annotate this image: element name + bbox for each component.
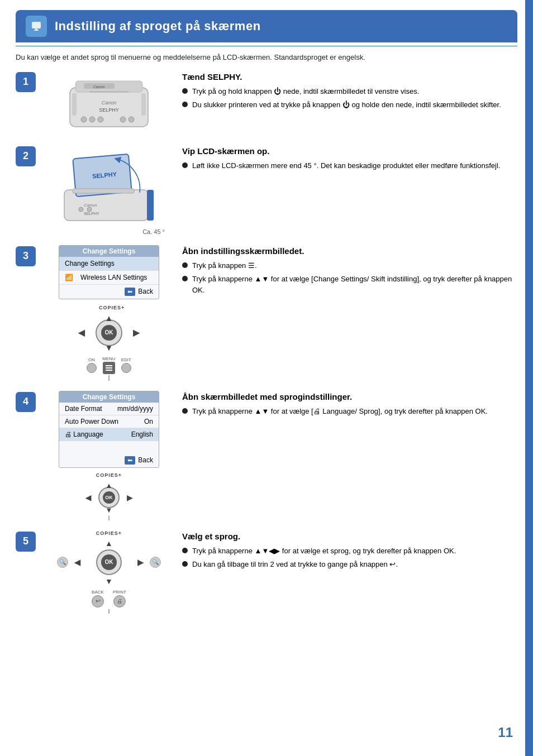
pad-up-5[interactable]: ▲ (105, 539, 113, 548)
bullet-dot (182, 408, 188, 414)
step-3-row: 3 Change Settings Change Settings 📶 Wire… (16, 245, 517, 381)
svg-rect-26 (106, 365, 112, 366)
svg-rect-22 (73, 189, 134, 193)
back-button-4[interactable]: ⬅ (125, 456, 135, 465)
page-title: Indstilling af sproget på skærmen (55, 19, 261, 34)
edit-button[interactable] (121, 363, 131, 373)
zoom-minus-btn[interactable]: 🔍 (57, 557, 68, 568)
pad-down-4[interactable]: ▼ (106, 506, 113, 514)
step-1-bullet-1: Tryk på og hold knappen ⏻ nede, indtil s… (182, 86, 517, 97)
edit-label: EDIT (121, 357, 131, 362)
pad-ring-4: OK (98, 487, 120, 508)
menu-screen-title: Change Settings (59, 246, 159, 257)
dash-5 (108, 609, 110, 614)
main-content: 1 Canon Canon SELPHY (16, 71, 517, 624)
ok-button-5[interactable]: OK (101, 554, 117, 570)
menu-back-row: ⬅ Back (59, 285, 159, 299)
menu-screen: Change Settings Change Settings 📶 Wirele… (59, 245, 159, 299)
step-3-bullet-2: Tryk på knapperne ▲▼ for at vælge [Chang… (182, 274, 517, 295)
ok-button-4[interactable]: OK (103, 491, 115, 504)
svg-rect-15 (141, 93, 146, 116)
svg-rect-27 (106, 367, 112, 369)
step-4-heading: Åbn skærmbilledet med sprogindstillinger… (182, 392, 517, 401)
svg-point-25 (87, 207, 92, 212)
step-2-number: 2 (16, 146, 36, 166)
lcd-illustration: Canon SELPHY SELPHY (53, 145, 165, 226)
settings-back-row: ⬅ Back (59, 453, 159, 467)
copies-label-4: COPIES+ (96, 472, 122, 478)
control-pad-4: COPIES+ ▲ ▼ ◀ ▶ OK (84, 472, 134, 520)
svg-text:Canon: Canon (102, 100, 117, 106)
pad-ring-3: OK (96, 319, 122, 346)
step-5-row: 5 COPIES+ ▲ ▼ ◀ ▶ OK (16, 530, 517, 614)
step-4-text: Åbn skærmbilledet med sprogindstillinger… (182, 391, 517, 420)
search-zoom-plus: 🔍 (150, 557, 161, 568)
step-4-number: 4 (16, 392, 36, 412)
pad-right-5[interactable]: ▶ (137, 558, 144, 567)
menu-label: MENU (102, 356, 116, 361)
back-button-5[interactable]: ↩ (92, 595, 104, 607)
pad-up-arrow-3[interactable]: ▲ (105, 313, 113, 323)
step-3-number: 3 (16, 246, 36, 266)
back-button[interactable]: ⬅ (125, 288, 135, 296)
svg-rect-14 (89, 91, 129, 93)
pad-down-arrow-3[interactable]: ▼ (105, 343, 113, 352)
bullet-dot (182, 88, 188, 94)
svg-text:Canon: Canon (93, 85, 105, 89)
settings-row-language: 🖨 Language English (59, 428, 159, 441)
step-5-bullet-1: Tryk på knapperne ▲▼◀▶ for at vælge et s… (182, 546, 517, 557)
svg-point-12 (120, 117, 126, 122)
pad-left-4[interactable]: ◀ (85, 494, 91, 502)
print-button-5[interactable]: 🖨 (113, 595, 126, 607)
pad-right-arrow-3[interactable]: ▶ (133, 328, 140, 338)
step-4-row: 4 Change Settings Date Format mm/dd/yyyy… (16, 391, 517, 520)
ok-button-3[interactable]: OK (101, 325, 117, 341)
on-button[interactable] (87, 363, 97, 373)
copies-label-5: COPIES+ (96, 530, 122, 536)
step-5-number: 5 (16, 532, 36, 552)
zoom-plus-btn[interactable]: 🔍 (150, 557, 161, 568)
svg-point-24 (79, 207, 83, 212)
step-3-text: Åbn indstillingsskærmbilledet. Tryk på k… (182, 245, 517, 299)
menu-button[interactable] (103, 362, 115, 374)
settings-row-date: Date Format mm/dd/yyyy (59, 403, 159, 415)
step-1-row: 1 Canon Canon SELPHY (16, 71, 517, 135)
pad-left-5[interactable]: ◀ (74, 558, 80, 567)
step-1-bullet-2: Du slukker printeren ved at trykke på kn… (182, 99, 517, 111)
menu-button-group: MENU (102, 356, 116, 374)
step-1-image: Canon Canon SELPHY (45, 71, 173, 135)
bullet-dot (182, 276, 188, 281)
step-2-bullets: Løft ikke LCD-skærmen mere end 45 °. Det… (182, 160, 517, 171)
edit-button-group: EDIT (121, 357, 131, 373)
step-5-heading: Vælg et sprog. (182, 532, 517, 541)
step-3-heading: Åbn indstillingsskærmbilledet. (182, 246, 517, 256)
back-label-5: BACK (92, 590, 104, 595)
svg-rect-23 (147, 190, 154, 221)
bottom-buttons-3: ON MENU EDIT (87, 356, 131, 374)
pad-body-3: ▲ ▼ ◀ ▶ OK (75, 310, 142, 355)
step-4-bullet-1: Tryk på knapperne ▲▼ for at vælge [🖨 Lan… (182, 406, 517, 417)
ca-label: Ca. 45 ° (53, 228, 165, 235)
svg-point-11 (98, 117, 103, 122)
pad-right-4[interactable]: ▶ (127, 494, 132, 502)
dash-bottom-3 (108, 375, 110, 381)
step-5-bullets: Tryk på knapperne ▲▼◀▶ for at vælge et s… (182, 546, 517, 570)
pad-left-arrow-3[interactable]: ◀ (78, 328, 85, 338)
step-4-bullets: Tryk på knapperne ▲▼ for at vælge [🖨 Lan… (182, 406, 517, 417)
page-number: 11 (498, 725, 513, 740)
page-subtitle: Du kan vælge et andet sprog til menuerne… (16, 52, 517, 63)
print-group: PRINT 🖨 (113, 590, 126, 607)
wifi-icon: 📶 (65, 274, 73, 281)
svg-point-10 (89, 117, 95, 122)
svg-text:SELPHY: SELPHY (99, 107, 119, 113)
bullet-dot (182, 561, 188, 567)
svg-rect-2 (35, 28, 37, 30)
on-label: ON (88, 357, 95, 362)
pad-down-5[interactable]: ▼ (105, 577, 113, 586)
search-zoom-minus: 🔍 (57, 557, 68, 568)
bullet-dot (182, 262, 188, 268)
header-icon (26, 16, 47, 37)
pad-up-4[interactable]: ▲ (106, 481, 113, 490)
language-icon: 🖨 (65, 430, 72, 438)
pad-ring-5: OK (96, 549, 122, 575)
